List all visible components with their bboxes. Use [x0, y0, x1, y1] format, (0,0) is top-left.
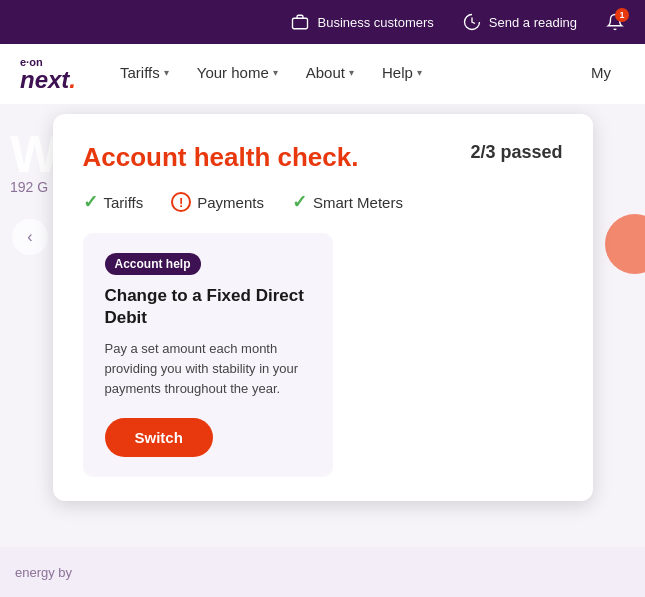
nav-help[interactable]: Help ▾	[368, 44, 436, 104]
modal-overlay: Account health check. 2/3 passed ✓ Tarif…	[0, 104, 645, 597]
modal-score: 2/3 passed	[470, 142, 562, 163]
check-item-tariffs: ✓ Tariffs	[83, 191, 144, 213]
modal-title: Account health check.	[83, 142, 359, 173]
nav-tariffs[interactable]: Tariffs ▾	[106, 44, 183, 104]
page-background: Wo 192 G t paym payme ment is s after is…	[0, 104, 645, 597]
check-icon-pass-tariffs: ✓	[83, 191, 98, 213]
notification-badge: 1	[615, 8, 629, 22]
about-chevron-icon: ▾	[349, 67, 354, 78]
inner-card-description: Pay a set amount each month providing yo…	[105, 339, 311, 399]
inner-card-title: Change to a Fixed Direct Debit	[105, 285, 311, 329]
check-label-smart-meters: Smart Meters	[313, 194, 403, 211]
business-customers-label: Business customers	[317, 15, 433, 30]
meter-icon	[462, 12, 482, 32]
logo[interactable]: e·on next.	[20, 57, 76, 92]
logo-next: next.	[20, 68, 76, 92]
send-reading-label: Send a reading	[489, 15, 577, 30]
top-bar: Business customers Send a reading 1	[0, 0, 645, 44]
modal-card: Account health check. 2/3 passed ✓ Tarif…	[53, 114, 593, 501]
notification-icon-wrapper[interactable]: 1	[605, 12, 625, 32]
inner-card: Account help Change to a Fixed Direct De…	[83, 233, 333, 477]
check-icon-warning-payments: !	[171, 192, 191, 212]
nav-items: Tariffs ▾ Your home ▾ About ▾ Help ▾ My	[106, 44, 625, 104]
nav-my[interactable]: My	[577, 44, 625, 104]
check-icon-pass-smart-meters: ✓	[292, 191, 307, 213]
check-item-payments: ! Payments	[171, 192, 264, 212]
check-label-payments: Payments	[197, 194, 264, 211]
switch-button[interactable]: Switch	[105, 418, 213, 457]
main-nav: e·on next. Tariffs ▾ Your home ▾ About ▾…	[0, 44, 645, 104]
check-items-row: ✓ Tariffs ! Payments ✓ Smart Meters	[83, 191, 563, 213]
help-chevron-icon: ▾	[417, 67, 422, 78]
nav-your-home[interactable]: Your home ▾	[183, 44, 292, 104]
check-item-smart-meters: ✓ Smart Meters	[292, 191, 403, 213]
business-customers-link[interactable]: Business customers	[290, 12, 433, 32]
briefcase-icon	[290, 12, 310, 32]
your-home-chevron-icon: ▾	[273, 67, 278, 78]
inner-card-tag: Account help	[105, 253, 201, 275]
svg-rect-0	[293, 18, 308, 29]
send-reading-link[interactable]: Send a reading	[462, 12, 577, 32]
nav-about[interactable]: About ▾	[292, 44, 368, 104]
modal-header: Account health check. 2/3 passed	[83, 142, 563, 173]
logo-dot: .	[69, 66, 76, 93]
tariffs-chevron-icon: ▾	[164, 67, 169, 78]
check-label-tariffs: Tariffs	[104, 194, 144, 211]
